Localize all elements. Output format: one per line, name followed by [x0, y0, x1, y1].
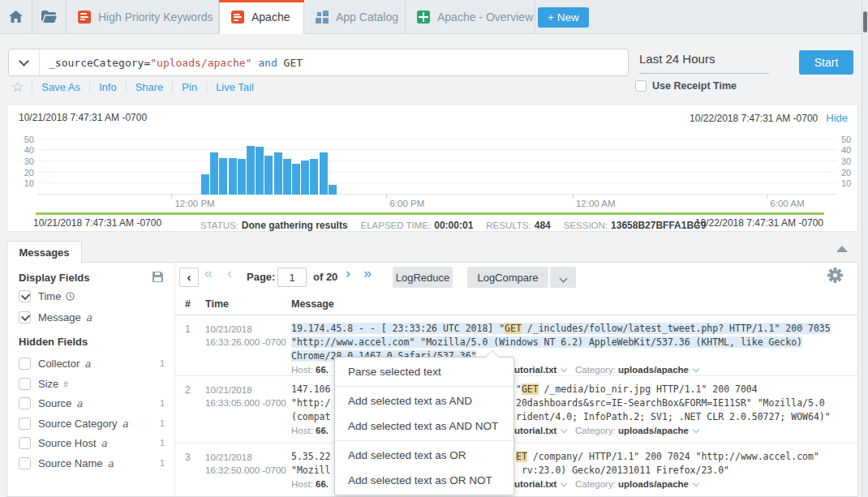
action-live-tail[interactable]: Live Tail — [206, 81, 263, 93]
menu-item-add-selected-text-as-or-not[interactable]: Add selected text as OR NOT — [335, 468, 513, 493]
field-checkbox[interactable] — [19, 457, 31, 469]
histogram-bar[interactable] — [210, 152, 218, 195]
field-item-source-category[interactable]: Source Categorya1 — [7, 414, 174, 432]
field-checkbox[interactable] — [19, 358, 31, 370]
histogram-bar[interactable] — [219, 158, 227, 195]
message-row[interactable]: 310/21/201816:32:50.000 -07005.35.22 ET … — [175, 443, 858, 497]
field-checkbox[interactable] — [19, 397, 31, 409]
folder-tab[interactable] — [32, 0, 67, 33]
logreduce-button[interactable]: LogReduce — [393, 267, 453, 288]
home-tab[interactable] — [0, 0, 32, 33]
pagination-last[interactable]: » — [363, 265, 372, 282]
histogram-bar[interactable] — [274, 152, 282, 195]
histogram-bar[interactable] — [264, 156, 273, 195]
save-fields-icon[interactable] — [153, 271, 163, 285]
logcompare-button[interactable]: LogCompare — [467, 267, 548, 288]
hide-histogram-link[interactable]: Hide — [826, 112, 848, 124]
pagination-prev[interactable]: ‹ — [227, 265, 232, 282]
field-item-time[interactable]: Time — [7, 287, 174, 305]
context-menu: Parse selected textAdd selected text as … — [334, 357, 514, 495]
field-checkbox[interactable] — [19, 437, 31, 449]
field-checkbox[interactable] — [19, 290, 31, 302]
field-item-source-name[interactable]: Source Namea1 — [7, 454, 174, 472]
menu-item-add-selected-text-as-and-not[interactable]: Add selected text as AND NOT — [335, 413, 513, 439]
scrollbar-thumb[interactable] — [863, 11, 867, 32]
log-line[interactable]: "http://www.accel.com" "Mozilla/5.0 (Win… — [291, 336, 856, 349]
sumo-logic-search-app: High Priority KeywordsApacheApp CatalogA… — [0, 0, 868, 497]
menu-item-add-selected-text-as-and[interactable]: Add selected text as AND — [335, 388, 513, 413]
chevron-down-icon[interactable] — [561, 366, 567, 372]
chevron-down-icon[interactable] — [561, 480, 567, 486]
status-item-value: 484 — [535, 220, 551, 231]
row-time: 10/21/201816:32:50.000 -0700 — [205, 451, 286, 477]
tab-high-priority-keywords[interactable]: High Priority Keywords — [67, 0, 219, 33]
histogram-bar[interactable] — [201, 174, 209, 195]
field-checkbox[interactable] — [19, 378, 31, 390]
tab-apache[interactable]: Apache — [219, 0, 304, 34]
meta-category[interactable]: Category: uploads/apache — [575, 426, 698, 435]
menu-item-parse-selected-text[interactable]: Parse selected text — [335, 359, 513, 384]
log-line[interactable]: 19.174.45.8 - - [ 23:33:26 UTC 2018] "GE… — [291, 322, 856, 336]
tab-apache-overview[interactable]: Apache - Overview — [406, 0, 535, 33]
action-share[interactable]: Share — [126, 81, 173, 93]
meta-name[interactable]: utorial.txt — [514, 479, 566, 489]
menu-item-add-selected-text-as-or[interactable]: Add selected text as OR — [335, 443, 513, 468]
action-pin[interactable]: Pin — [172, 81, 206, 93]
histogram-bar[interactable] — [329, 185, 337, 195]
field-item-source-host[interactable]: Source Hosta1 — [7, 434, 174, 452]
field-type-icon: a — [107, 456, 113, 470]
chevron-down-icon[interactable] — [693, 366, 699, 372]
vertical-scrollbar[interactable] — [862, 0, 868, 497]
chevron-down-icon[interactable] — [561, 426, 567, 433]
message-row[interactable]: 110/21/201816:33:26.000 -070019.174.45.8… — [175, 315, 858, 375]
action-save-as[interactable]: Save As — [32, 81, 89, 93]
row-time-value: 16:33:26.000 -0700 — [205, 336, 286, 349]
pagination-first[interactable]: « — [204, 265, 213, 282]
search-query-input[interactable]: _sourceCategory="uploads/apache" and GET — [49, 57, 303, 69]
field-checkbox[interactable] — [19, 311, 31, 323]
histogram-bar[interactable] — [320, 152, 328, 195]
meta-category-label: Category: — [575, 426, 618, 435]
time-range-selector[interactable]: Last 24 Hours — [639, 52, 769, 74]
tab-app-catalog[interactable]: App Catalog — [304, 0, 406, 33]
collapse-panel-icon[interactable] — [836, 246, 848, 252]
histogram-bar[interactable] — [301, 161, 309, 195]
meta-name[interactable]: utorial.txt — [514, 365, 566, 375]
pagination-next[interactable]: › — [346, 265, 350, 282]
meta-name[interactable]: utorial.txt — [514, 426, 566, 435]
histogram-bar[interactable] — [283, 159, 291, 195]
field-item-message[interactable]: Messagea — [7, 308, 174, 326]
message-row[interactable]: 210/21/201816:33:05.000 -0700147.106 "GE… — [175, 375, 858, 443]
field-item-collector[interactable]: Collectora1 — [7, 354, 174, 372]
histogram-bar[interactable] — [256, 147, 264, 195]
logcompare-dropdown[interactable] — [550, 267, 576, 288]
use-receipt-time-checkbox[interactable] — [635, 80, 647, 92]
meta-host-value: 66. — [316, 426, 329, 435]
chevron-down-icon[interactable] — [693, 480, 699, 486]
histogram-bar[interactable] — [229, 158, 237, 195]
messages-tab[interactable]: Messages — [6, 241, 82, 263]
log-text: rident/4.0; InfoPath.2; SV1; .NET CLR 2.… — [516, 411, 831, 422]
page-input[interactable] — [277, 268, 307, 287]
settings-gear-icon[interactable] — [827, 268, 843, 286]
highlighted-term: GET — [505, 323, 522, 334]
favorite-star-icon[interactable]: ☆ — [11, 79, 24, 95]
action-info[interactable]: Info — [89, 81, 126, 93]
field-checkbox[interactable] — [19, 418, 31, 430]
gridline — [37, 139, 836, 139]
collapse-sidebar-button[interactable]: ‹ — [179, 268, 199, 287]
new-tab-button[interactable]: + New — [538, 7, 589, 28]
meta-category[interactable]: Category: uploads/apache — [575, 365, 698, 375]
histogram-bar[interactable] — [238, 159, 246, 195]
histogram-bar[interactable] — [310, 159, 318, 195]
field-item-source[interactable]: Sourcea1 — [7, 394, 174, 412]
meta-category[interactable]: Category: uploads/apache — [575, 479, 698, 489]
histogram-bar[interactable] — [292, 164, 300, 195]
search-query-box[interactable]: _sourceCategory="uploads/apache" and GET — [8, 49, 629, 76]
chevron-down-icon[interactable] — [693, 426, 699, 433]
start-button[interactable]: Start — [799, 50, 853, 75]
meta-name-value: utorial.txt — [514, 365, 556, 375]
query-expand-toggle[interactable] — [9, 49, 40, 75]
histogram-bar[interactable] — [247, 146, 255, 195]
field-item-size[interactable]: Size# — [7, 375, 174, 392]
